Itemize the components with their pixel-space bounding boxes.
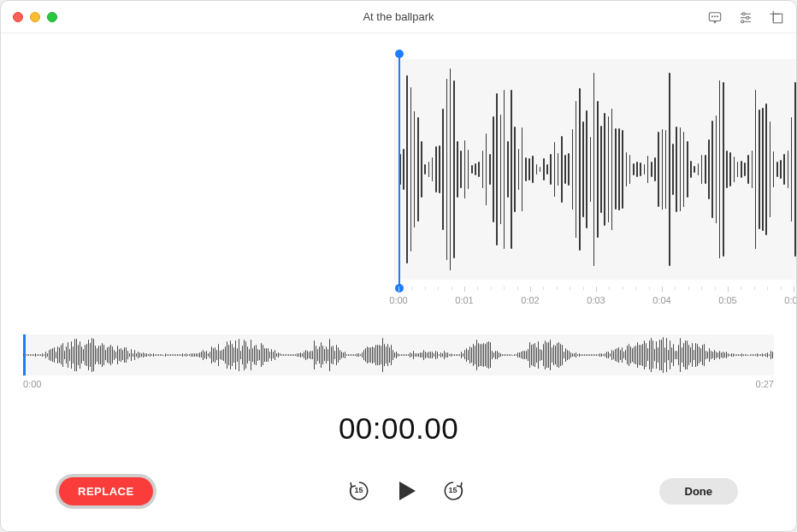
playhead[interactable] xyxy=(398,54,400,288)
titlebar: At the ballpark xyxy=(1,1,796,33)
replace-button[interactable]: REPLACE xyxy=(59,477,153,505)
ruler-label: 0:05 xyxy=(718,295,736,305)
detail-waveform-area: 0:000:010:020:030:040:050:06 xyxy=(1,33,796,316)
svg-marker-11 xyxy=(399,482,416,500)
skip-forward-value: 15 xyxy=(441,486,465,494)
controls-row: REPLACE 15 15 Done xyxy=(1,470,796,512)
svg-point-7 xyxy=(747,16,749,19)
svg-point-9 xyxy=(741,21,744,23)
trim-icon[interactable] xyxy=(769,9,784,28)
voice-memos-edit-window: At the ballpark 0:000:010:020:030:040:05… xyxy=(0,0,797,532)
overview-time-labels: 0:00 0:27 xyxy=(23,379,774,393)
ruler-label: 0:02 xyxy=(521,295,539,305)
transcribe-icon[interactable] xyxy=(707,9,723,28)
svg-point-1 xyxy=(712,16,713,17)
toolbar xyxy=(707,9,784,28)
ruler-label: 0:01 xyxy=(455,295,473,305)
window-controls xyxy=(13,12,57,22)
skip-back-15-button[interactable]: 15 xyxy=(347,479,371,503)
skip-back-value: 15 xyxy=(347,486,371,494)
close-window-button[interactable] xyxy=(13,12,23,22)
recording-title[interactable]: At the ballpark xyxy=(1,10,796,23)
overview-waveform[interactable] xyxy=(23,334,774,375)
svg-point-5 xyxy=(742,13,745,15)
overview-start-time: 0:00 xyxy=(23,379,41,389)
svg-rect-10 xyxy=(773,14,782,23)
playback-settings-icon[interactable] xyxy=(738,9,753,28)
zoom-window-button[interactable] xyxy=(47,12,57,22)
ruler-label: 0:03 xyxy=(587,295,605,305)
skip-forward-15-button[interactable]: 15 xyxy=(441,479,465,503)
time-ruler: 0:000:010:020:030:040:050:06 xyxy=(394,287,796,312)
playback-controls: 15 15 xyxy=(347,478,465,504)
done-button[interactable]: Done xyxy=(659,478,739,505)
minimize-window-button[interactable] xyxy=(30,12,40,22)
elapsed-time-display: 00:00.00 xyxy=(1,411,796,446)
detail-waveform[interactable] xyxy=(394,59,796,280)
svg-point-3 xyxy=(717,16,718,17)
play-button[interactable] xyxy=(393,478,419,504)
overview-end-time: 0:27 xyxy=(756,379,774,389)
ruler-label: 0:00 xyxy=(389,295,407,305)
ruler-label: 0:04 xyxy=(652,295,670,305)
overview-section: 0:00 0:27 xyxy=(23,334,774,403)
ruler-label: 0:06 xyxy=(784,295,797,305)
svg-point-2 xyxy=(715,16,716,17)
